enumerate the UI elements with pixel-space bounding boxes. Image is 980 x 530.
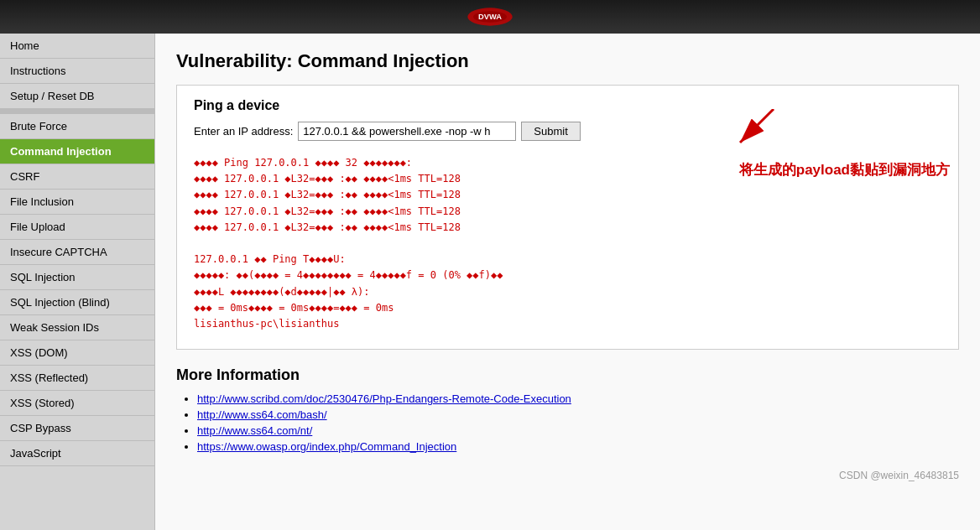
sidebar-item-setup[interactable]: Setup / Reset DB — [0, 84, 154, 109]
more-info-link[interactable]: http://www.scribd.com/doc/2530476/Php-En… — [197, 392, 571, 405]
sidebar-item-xss-stored[interactable]: XSS (Stored) — [0, 391, 154, 416]
output-line: ◆◆◆◆ 127.0.0.1 ◆L32=◆◆◆ :◆◆ ◆◆◆◆<1ms TTL… — [194, 220, 941, 236]
red-arrow — [723, 109, 790, 151]
top-bar: DVWA — [0, 0, 980, 34]
output-line: 127.0.0.1 ◆◆ Ping T◆◆◆◆U: — [194, 252, 941, 268]
sidebar-item-file-upload[interactable]: File Upload — [0, 215, 154, 240]
more-info-title: More Information — [176, 366, 959, 384]
svg-line-4 — [740, 109, 774, 143]
ping-form-wrapper: Enter an IP address: Submit — [194, 122, 941, 141]
output-line: lisianthus-pc\lisianthus — [194, 316, 941, 332]
output-wrapper: ◆◆◆◆ Ping 127.0.0.1 ◆◆◆◆ 32 ◆◆◆◆◆◆◆:◆◆◆◆… — [194, 151, 941, 336]
svg-text:DVWA: DVWA — [478, 13, 502, 21]
page-title: Vulnerability: Command Injection — [176, 50, 959, 72]
more-info-item: http://www.ss64.com/bash/ — [197, 408, 959, 421]
ping-box: Ping a device Enter an IP address: Submi… — [176, 85, 959, 350]
sidebar-item-csp-bypass[interactable]: CSP Bypass — [0, 416, 154, 441]
output-line: ◆◆◆◆L ◆◆◆◆◆◆◆◆(◆d◆◆◆◆◆|◆◆ λ): — [194, 284, 941, 300]
more-info-link[interactable]: http://www.ss64.com/nt/ — [197, 424, 312, 437]
chinese-annotation: 将生成的payload黏贴到漏洞地方 — [739, 159, 950, 181]
sidebar-item-csrf[interactable]: CSRF — [0, 164, 154, 190]
output-line: ◆◆◆◆◆: ◆◆(◆◆◆◆ = 4◆◆◆◆◆◆◆◆ = 4◆◆◆◆◆f = 0… — [194, 268, 941, 283]
sidebar-item-weak-session[interactable]: Weak Session IDs — [0, 315, 154, 340]
logo: DVWA — [456, 2, 524, 32]
sidebar-item-insecure-captcha[interactable]: Insecure CAPTCHA — [0, 240, 154, 265]
more-info-link[interactable]: https://www.owasp.org/index.php/Command_… — [197, 440, 456, 453]
more-info-item: http://www.ss64.com/nt/ — [197, 424, 959, 437]
sidebar-item-file-inclusion[interactable]: File Inclusion — [0, 190, 154, 215]
ip-label: Enter an IP address: — [194, 125, 293, 138]
ip-input[interactable] — [298, 122, 516, 141]
more-info-item: http://www.scribd.com/doc/2530476/Php-En… — [197, 392, 959, 405]
sidebar-item-sql-injection[interactable]: SQL Injection — [0, 265, 154, 290]
main-layout: HomeInstructionsSetup / Reset DBBrute Fo… — [0, 34, 980, 530]
sidebar-item-xss-reflected[interactable]: XSS (Reflected) — [0, 366, 154, 391]
output-line: ◆◆◆ = 0ms◆◆◆◆ = 0ms◆◆◆◆=◆◆◆ = 0ms — [194, 300, 941, 316]
more-info-list: http://www.scribd.com/doc/2530476/Php-En… — [176, 392, 959, 453]
more-info-link[interactable]: http://www.ss64.com/bash/ — [197, 408, 327, 421]
more-info-item: https://www.owasp.org/index.php/Command_… — [197, 440, 959, 453]
sidebar-item-xss-dom[interactable]: XSS (DOM) — [0, 340, 154, 366]
output-line: ◆◆◆◆ 127.0.0.1 ◆L32=◆◆◆ :◆◆ ◆◆◆◆<1ms TTL… — [194, 187, 941, 203]
sidebar: HomeInstructionsSetup / Reset DBBrute Fo… — [0, 34, 155, 530]
sidebar-item-sql-injection-blind[interactable]: SQL Injection (Blind) — [0, 290, 154, 315]
sidebar-item-brute-force[interactable]: Brute Force — [0, 114, 154, 139]
sidebar-item-command-injection[interactable]: Command Injection — [0, 139, 154, 164]
more-info-section: More Information http://www.scribd.com/d… — [176, 366, 959, 453]
output-line: ◆◆◆◆ 127.0.0.1 ◆L32=◆◆◆ :◆◆ ◆◆◆◆<1ms TTL… — [194, 204, 941, 220]
sidebar-item-home[interactable]: Home — [0, 34, 154, 59]
main-content: Vulnerability: Command Injection Ping a … — [155, 34, 980, 530]
ping-form: Enter an IP address: Submit — [194, 122, 941, 141]
sidebar-item-javascript[interactable]: JavaScript — [0, 441, 154, 466]
submit-button[interactable]: Submit — [521, 122, 580, 141]
output-line — [194, 236, 941, 252]
csdn-watermark: CSDN @weixin_46483815 — [176, 470, 959, 481]
sidebar-item-instructions[interactable]: Instructions — [0, 59, 154, 84]
ping-title: Ping a device — [194, 98, 941, 113]
